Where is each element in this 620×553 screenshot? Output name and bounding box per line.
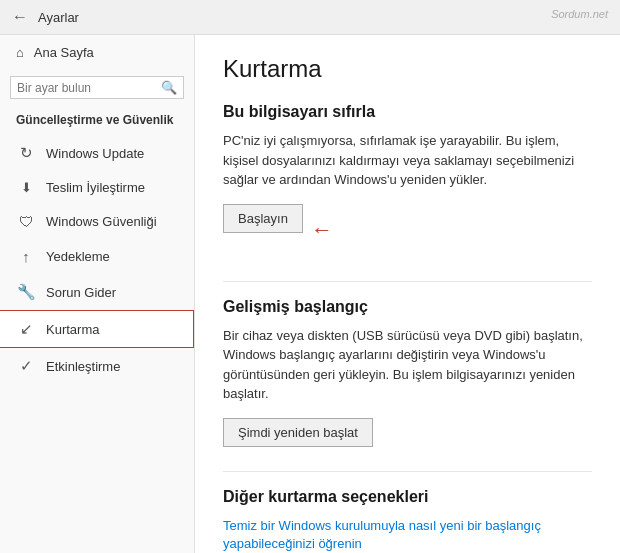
- watermark: Sordum.net: [551, 8, 608, 20]
- sidebar-item-label: Windows Güvenliği: [46, 214, 157, 229]
- home-icon: ⌂: [16, 45, 24, 60]
- sidebar-item-label: Yedekleme: [46, 249, 110, 264]
- sidebar-item-label: Windows Update: [46, 146, 144, 161]
- back-button[interactable]: ←: [12, 8, 28, 26]
- sidebar-item-teslim-iyilestirme[interactable]: ⬇ Teslim İyileştirme: [0, 171, 194, 204]
- page-title: Kurtarma: [223, 55, 592, 83]
- backup-icon: ↑: [16, 248, 36, 265]
- simdi-yeniden-button[interactable]: Şimdi yeniden başlat: [223, 418, 373, 447]
- section2-heading: Gelişmiş başlangıç: [223, 298, 592, 316]
- content-area: Kurtarma Bu bilgisayarı sıfırla PC'niz i…: [195, 35, 620, 553]
- sidebar-item-label: Kurtarma: [46, 322, 99, 337]
- sidebar-section-label: Güncelleştirme ve Güvenlik: [0, 109, 194, 135]
- sidebar-item-etkinlestirme[interactable]: ✓ Etkinleştirme: [0, 348, 194, 384]
- section1-button-row: Başlayın ←: [223, 204, 592, 257]
- search-icon: 🔍: [161, 80, 177, 95]
- section3-heading: Diğer kurtarma seçenekleri: [223, 488, 592, 506]
- troubleshoot-icon: 🔧: [16, 283, 36, 301]
- section2-description: Bir cihaz veya diskten (USB sürücüsü vey…: [223, 326, 592, 404]
- main-content: ⌂ Ana Sayfa 🔍 Güncelleştirme ve Güvenlik…: [0, 35, 620, 553]
- sidebar-item-label: Sorun Gider: [46, 285, 116, 300]
- section1-description: PC'niz iyi çalışmıyorsa, sıfırlamak işe …: [223, 131, 592, 190]
- clean-install-link[interactable]: Temiz bir Windows kurulumuyla nasıl yeni…: [223, 518, 541, 551]
- sidebar-item-yedekleme[interactable]: ↑ Yedekleme: [0, 239, 194, 274]
- section1-heading: Bu bilgisayarı sıfırla: [223, 103, 592, 121]
- sidebar: ⌂ Ana Sayfa 🔍 Güncelleştirme ve Güvenlik…: [0, 35, 195, 553]
- sidebar-item-windows-update[interactable]: ↻ Windows Update: [0, 135, 194, 171]
- sidebar-item-kurtarma[interactable]: ↙ Kurtarma: [0, 310, 194, 348]
- sidebar-item-label: Etkinleştirme: [46, 359, 120, 374]
- windows-update-icon: ↻: [16, 144, 36, 162]
- recovery-icon: ↙: [16, 320, 36, 338]
- teslim-icon: ⬇: [16, 180, 36, 195]
- sidebar-search-box[interactable]: 🔍: [10, 76, 184, 99]
- sidebar-item-sorun-gider[interactable]: 🔧 Sorun Gider: [0, 274, 194, 310]
- sidebar-item-windows-guvenligi[interactable]: 🛡 Windows Güvenliği: [0, 204, 194, 239]
- sidebar-item-home[interactable]: ⌂ Ana Sayfa: [0, 35, 194, 70]
- home-label: Ana Sayfa: [34, 45, 94, 60]
- search-input[interactable]: [17, 81, 157, 95]
- window-title: Ayarlar: [38, 10, 79, 25]
- divider2: [223, 471, 592, 472]
- baslayin-button[interactable]: Başlayın: [223, 204, 303, 233]
- activate-icon: ✓: [16, 357, 36, 375]
- arrow-indicator: ←: [311, 217, 333, 243]
- sidebar-item-label: Teslim İyileştirme: [46, 180, 145, 195]
- title-bar: ← Ayarlar Sordum.net: [0, 0, 620, 35]
- divider1: [223, 281, 592, 282]
- shield-icon: 🛡: [16, 213, 36, 230]
